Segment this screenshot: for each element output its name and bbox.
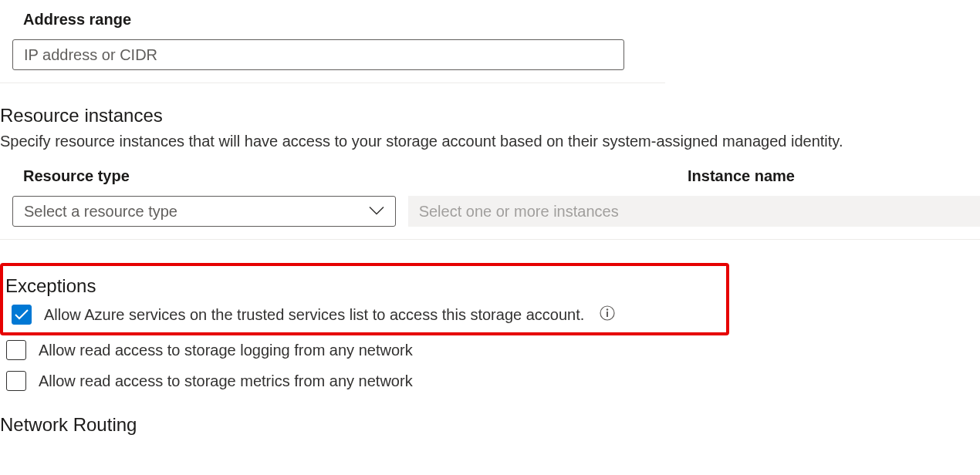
exception-logging-row: Allow read access to storage logging fro…: [6, 340, 980, 360]
instance-name-placeholder: Select one or more instances: [419, 203, 619, 221]
resource-type-label: Resource type: [23, 167, 667, 185]
exception-logging-label: Allow read access to storage logging fro…: [39, 342, 413, 359]
chevron-down-icon: [369, 204, 384, 220]
resource-instances-description: Specify resource instances that will hav…: [0, 133, 980, 150]
resource-instances-columns: Resource type Instance name: [0, 167, 980, 196]
svg-rect-2: [607, 312, 608, 317]
exception-metrics-row: Allow read access to storage metrics fro…: [6, 371, 980, 391]
exception-trusted-services-label: Allow Azure services on the trusted serv…: [44, 306, 584, 324]
resource-type-column: Resource type: [23, 167, 667, 196]
resource-instances-section: Resource instances Specify resource inst…: [0, 105, 980, 240]
resource-instances-inputs: Select a resource type Select one or mor…: [0, 196, 980, 240]
exception-trusted-services-row: Allow Azure services on the trusted serv…: [12, 305, 726, 325]
address-range-input-row: [0, 39, 665, 83]
exceptions-highlight-box: Exceptions Allow Azure services on the t…: [0, 263, 729, 335]
instance-name-label: Instance name: [688, 167, 980, 185]
exception-metrics-label: Allow read access to storage metrics fro…: [39, 372, 413, 390]
info-icon[interactable]: [600, 305, 615, 325]
resource-type-placeholder: Select a resource type: [24, 203, 177, 221]
exception-logging-checkbox[interactable]: [6, 340, 26, 360]
exception-metrics-checkbox[interactable]: [6, 371, 26, 391]
exception-trusted-services-checkbox[interactable]: [12, 305, 32, 325]
svg-point-1: [607, 308, 608, 310]
network-routing-heading: Network Routing: [0, 414, 980, 436]
exceptions-heading: Exceptions: [5, 275, 726, 297]
instance-name-select: Select one or more instances: [408, 196, 980, 227]
instance-name-column: Instance name: [688, 167, 980, 196]
address-range-label: Address range: [23, 11, 980, 29]
checkmark-icon: [15, 309, 29, 320]
address-range-section: Address range: [0, 0, 980, 29]
address-range-input[interactable]: [12, 39, 624, 70]
resource-instances-heading: Resource instances: [0, 105, 980, 126]
resource-type-dropdown[interactable]: Select a resource type: [12, 196, 396, 227]
